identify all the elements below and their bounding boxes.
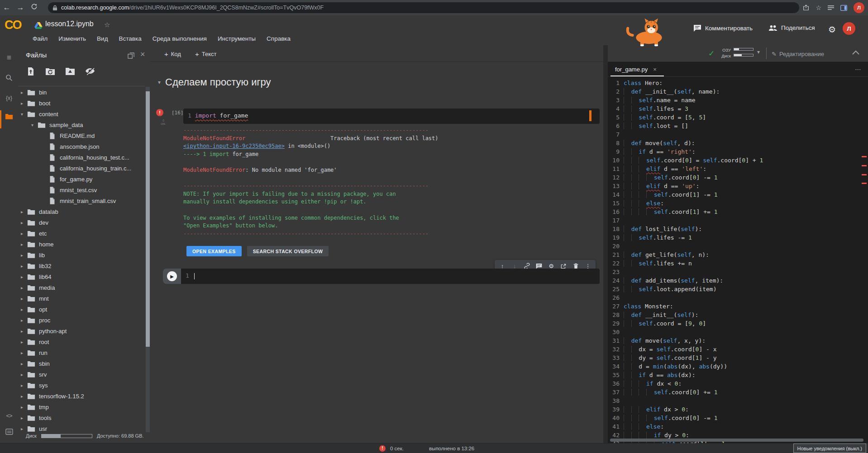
tree-folder[interactable]: ▸tensorflow-1.15.2	[18, 391, 145, 401]
editor-tab[interactable]: for_game.py ×	[610, 62, 662, 77]
tree-folder[interactable]: ▸home	[18, 239, 145, 250]
expand-arrow-icon[interactable]: ▾	[21, 112, 27, 117]
settings-gear-icon[interactable]: ⚙	[828, 24, 836, 35]
tree-folder[interactable]: ▸root	[18, 336, 145, 347]
search-stack-overflow-button[interactable]: SEARCH STACK OVERFLOW	[247, 246, 329, 256]
side-panel-icon[interactable]	[840, 5, 847, 11]
tree-file[interactable]: anscombe.json	[18, 141, 145, 152]
empty-cell-editor[interactable]: 1	[181, 269, 600, 284]
editor-line[interactable]: 34 d = min(abs(dx), abs(dy))	[608, 362, 868, 371]
editor-line[interactable]: 37 self.coord[0] += 1	[608, 388, 868, 396]
reading-list-icon[interactable]	[828, 5, 834, 10]
terminal-icon[interactable]	[0, 429, 18, 435]
resources-dropdown-icon[interactable]: ▾	[757, 49, 760, 55]
tree-file[interactable]: california_housing_test.c...	[18, 152, 145, 163]
browser-back-icon[interactable]: ←	[0, 3, 14, 12]
editor-line[interactable]: 7	[608, 130, 868, 139]
menu-item-0[interactable]: Файл	[33, 35, 48, 42]
browser-reload-icon[interactable]	[27, 3, 41, 12]
menu-item-4[interactable]: Среда выполнения	[153, 35, 207, 42]
menu-item-3[interactable]: Вставка	[119, 35, 142, 42]
menu-item-1[interactable]: Изменить	[58, 35, 86, 42]
star-notebook-icon[interactable]: ☆	[104, 21, 110, 29]
expand-arrow-icon[interactable]: ▸	[21, 101, 27, 106]
bookmark-star-icon[interactable]: ☆	[816, 4, 821, 11]
cell-error-icon[interactable]: !	[156, 109, 163, 116]
expand-arrow-icon[interactable]: ▸	[21, 274, 27, 279]
expand-arrow-icon[interactable]: ▸	[21, 253, 27, 258]
expand-arrow-icon[interactable]: ▸	[21, 296, 27, 301]
editor-line[interactable]: 18 def lost_life(self):	[608, 225, 868, 233]
collapse-toolbar-icon[interactable]	[852, 50, 859, 55]
tree-folder[interactable]: ▸sbin	[18, 358, 145, 369]
tree-folder[interactable]: ▸sys	[18, 380, 145, 391]
expand-arrow-icon[interactable]: ▸	[21, 361, 27, 366]
editor-line[interactable]: 17	[608, 216, 868, 225]
browser-forward-icon[interactable]: →	[14, 3, 27, 12]
run-cell-button[interactable]: ▶	[167, 271, 177, 281]
tree-folder[interactable]: ▸mnt	[18, 293, 145, 304]
editor-line[interactable]: 23	[608, 268, 868, 276]
editor-line[interactable]: 36 if dx < 0:	[608, 379, 868, 388]
editor-line[interactable]: 27class Monster:	[608, 302, 868, 311]
add-code-button[interactable]: + Код	[164, 48, 181, 60]
expand-arrow-icon[interactable]: ▾	[31, 123, 38, 127]
editor-more-icon[interactable]: ⋯	[855, 66, 862, 73]
open-examples-button[interactable]: OPEN EXAMPLES	[186, 246, 242, 256]
files-scrollbar-thumb[interactable]	[146, 91, 150, 347]
expand-arrow-icon[interactable]: ▸	[21, 383, 27, 388]
editor-line[interactable]: 2 def __init__(self, name):	[608, 87, 868, 96]
close-panel-icon[interactable]: ×	[140, 50, 145, 59]
editor-line[interactable]: 32 dx = self.coord[0] - x	[608, 345, 868, 354]
editor-line[interactable]: 39 elif dx > 0:	[608, 405, 868, 414]
tree-folder[interactable]: ▾content	[18, 109, 145, 119]
editor-line[interactable]: 35 if d == abs(dx):	[608, 371, 868, 379]
tree-folder[interactable]: ▸bin	[18, 87, 145, 98]
editor-line[interactable]: 26	[608, 293, 868, 302]
tree-file[interactable]: mnist_test.csv	[18, 184, 145, 195]
tree-folder[interactable]: ▸python-apt	[18, 326, 145, 336]
expand-arrow-icon[interactable]: ▸	[21, 90, 27, 95]
editor-line[interactable]: 33 dy = self.coord[1] - y	[608, 354, 868, 362]
markdown-cell[interactable]: ▾ Сделаем простую игру	[158, 76, 271, 88]
editor-line[interactable]: 4 self.lifes = 3	[608, 104, 868, 113]
refresh-folder-icon[interactable]	[45, 67, 55, 76]
editor-line[interactable]: 29 self.coord = [9, 0]	[608, 319, 868, 328]
share-button[interactable]: Поделиться	[768, 24, 815, 31]
notebook-title[interactable]: lesson12.ipynb	[45, 20, 94, 28]
files-rail-icon[interactable]	[0, 113, 18, 120]
panel-divider[interactable]	[603, 45, 608, 443]
code-cell-editor[interactable]: 1import for_game	[183, 109, 600, 124]
add-text-button[interactable]: + Текст	[195, 48, 217, 60]
editor-line[interactable]: 10 self.coord[0] = self.coord[0] + 1	[608, 156, 868, 165]
menu-item-5[interactable]: Инструменты	[218, 35, 256, 42]
expand-arrow-icon[interactable]: ▸	[21, 394, 27, 399]
expand-arrow-icon[interactable]: ▸	[21, 242, 27, 247]
tree-folder[interactable]: ▸tools	[18, 412, 145, 423]
code-snippets-icon[interactable]: <>	[0, 412, 18, 419]
expand-arrow-icon[interactable]: ▸	[21, 264, 27, 269]
comment-button[interactable]: Комментировать	[693, 24, 753, 32]
expand-arrow-icon[interactable]: ▸	[21, 231, 27, 236]
editor-line[interactable]: 22 self.lifes += n	[608, 259, 868, 268]
editor-line[interactable]: 12 self.coord[0] -= 1	[608, 173, 868, 182]
editor-line[interactable]: 38	[608, 396, 868, 405]
tree-file[interactable]: README.md	[18, 130, 145, 141]
editor-line[interactable]: 24 def add_items(self, item):	[608, 276, 868, 285]
menu-item-2[interactable]: Вид	[97, 35, 108, 42]
mount-drive-icon[interactable]	[65, 67, 75, 76]
tree-folder[interactable]: ▸lib64	[18, 271, 145, 282]
editor-line[interactable]: 40 self.coord[0] -= 1	[608, 414, 868, 422]
tree-folder[interactable]: ▸media	[18, 282, 145, 293]
editor-line[interactable]: 6 self.loot = []	[608, 122, 868, 130]
files-scrollbar[interactable]	[146, 87, 150, 432]
tree-folder[interactable]: ▸opt	[18, 304, 145, 315]
expand-arrow-icon[interactable]: ▸	[21, 405, 27, 410]
expand-arrow-icon[interactable]: ▸	[21, 350, 27, 355]
editor-line[interactable]: 3 self.name = name	[608, 96, 868, 104]
collapse-section-icon[interactable]: ▾	[158, 79, 161, 85]
editor-line[interactable]: 16 self.coord[1] += 1	[608, 208, 868, 216]
search-icon[interactable]	[0, 74, 18, 81]
editor-line[interactable]: 1class Hero:	[608, 79, 868, 87]
editing-mode-button[interactable]: ✎ Редактирование	[772, 48, 824, 60]
